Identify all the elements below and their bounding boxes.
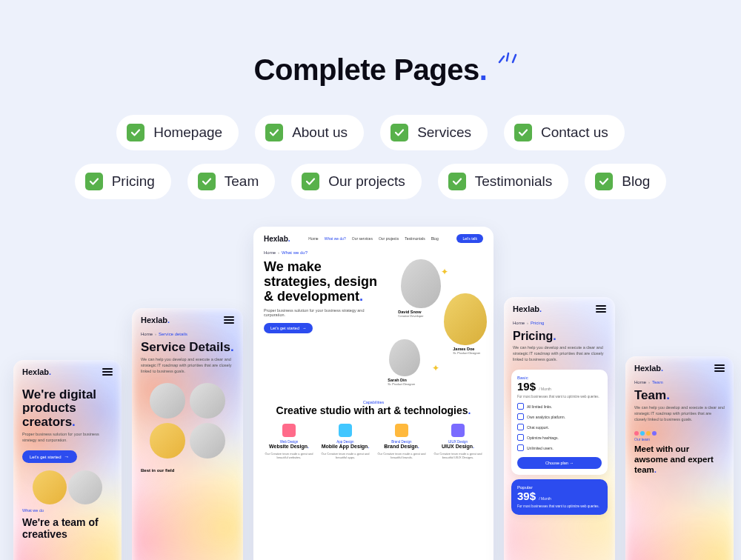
plan-price: 19$ / Month [517, 380, 602, 393]
chip-projects: Our projects [291, 164, 421, 199]
hero-subtitle: Proper business solution for your busine… [13, 429, 122, 446]
page-heading: Team. [625, 384, 734, 402]
preview-home-mobile: Hexlab. We're digital products creators.… [13, 360, 122, 560]
preview-whatwedo-desktop: Hexlab. Home What we do? Our services Ou… [253, 227, 494, 560]
plan-feature: Unlimited users. [517, 444, 602, 451]
service-name: Brand Design. [376, 444, 428, 450]
avatar [68, 470, 102, 504]
service-icon [451, 424, 465, 437]
check-icon [302, 173, 319, 190]
sparkle-icon: ✦ [441, 267, 448, 277]
service-icon [282, 424, 296, 437]
check-icon [514, 124, 532, 141]
service-card: Web Design Website Design. Our Creative … [263, 424, 315, 459]
check-icon [595, 173, 613, 190]
chip-homepage: Homepage [116, 115, 239, 150]
check-icon [391, 124, 408, 141]
chip-label: Our projects [328, 173, 405, 190]
nav-cta-button[interactable]: Let's talk [456, 234, 483, 243]
service-card: UIUX Design UIUX Design. Our Creative te… [432, 424, 484, 459]
service-desc: Our Creative team made a great and beaut… [432, 452, 484, 459]
plan-desc: For most businesses that want to optimiz… [517, 395, 602, 399]
chip-label: Pricing [112, 173, 155, 190]
avatar [444, 293, 487, 345]
page-subtitle: We can help you develop and execute a cl… [132, 354, 243, 377]
preview-pricing-mobile: Hexlab. Home›Pricing Pricing. We can hel… [504, 297, 615, 560]
chip-testimonials: Testimonials [438, 164, 569, 199]
section-title: We're a team of creatives [13, 513, 122, 539]
plan-price: 39$ / Month [517, 490, 602, 502]
section-title: Meet with our awsome and expert team. [625, 441, 734, 475]
menu-icon[interactable] [224, 316, 234, 324]
service-icon [339, 424, 352, 437]
chip-label: Team [225, 173, 259, 190]
brand-logo: Hexlab. [22, 367, 51, 376]
service-card: Brand Design Brand Design. Our Creative … [376, 424, 428, 459]
person-name: Sarah DinSr. Product Designer [388, 378, 415, 386]
avatar [401, 259, 441, 308]
check-icon [448, 173, 466, 190]
page-title: Complete Pages. [254, 53, 488, 87]
preview-team-mobile: Hexlab. Home›Team Team. We can help you … [625, 356, 734, 560]
brand-logo: Hexlab. [264, 235, 290, 243]
preview-row: Hexlab. We're digital products creators.… [0, 219, 741, 560]
hero-title: We're digital products creators. [13, 384, 122, 429]
check-icon [85, 173, 103, 190]
pricing-plan-basic: Basic 19$ / Month For most businesses th… [511, 370, 608, 475]
nav-item[interactable]: Our projects [379, 236, 399, 241]
page-subtitle: We can help you develop and execute a cl… [504, 342, 615, 365]
cta-button[interactable]: Let's get started→ [22, 450, 77, 463]
sparkle-icon [496, 47, 519, 65]
service-desc: Our Creative team made a great and beaut… [376, 452, 428, 459]
person-name: James DoeSr. Product Designer [453, 347, 480, 355]
nav-item[interactable]: Our services [352, 236, 373, 241]
service-icon [395, 424, 408, 437]
avatar [190, 423, 225, 459]
avatar [150, 423, 185, 459]
hero-title: We make strategies, design & development… [264, 259, 380, 304]
chip-about: About us [255, 115, 364, 150]
nav-item[interactable]: What we do? [325, 236, 346, 241]
chip-pricing: Pricing [75, 164, 171, 199]
brand-logo: Hexlab. [634, 364, 663, 373]
cta-button[interactable]: Let's get started→ [264, 323, 313, 333]
hero-subtitle: Proper business solution for your busine… [264, 308, 380, 317]
page-chips: Homepage About us Services Contact us Pr… [74, 115, 667, 199]
menu-icon[interactable] [596, 305, 606, 313]
menu-icon[interactable] [714, 364, 725, 372]
team-dots-icon [625, 425, 734, 437]
nav-links: Home What we do? Our services Our projec… [308, 236, 438, 241]
chip-label: Testimonials [475, 173, 553, 190]
service-name: Mobile App Design. [319, 444, 371, 450]
chip-team: Team [187, 164, 275, 199]
plan-desc: For most businesses that want to optimiz… [517, 504, 602, 509]
brand-logo: Hexlab. [513, 304, 542, 313]
avatar [150, 383, 185, 419]
sparkle-icon: ✦ [432, 363, 439, 373]
chip-label: Services [417, 124, 471, 141]
page-heading: Service Details. [132, 336, 243, 354]
avatar [33, 470, 67, 504]
nav-item[interactable]: Blog [431, 236, 439, 241]
check-icon [265, 124, 283, 141]
pricing-plan-popular: Popular 39$ / Month For most businesses … [511, 479, 608, 515]
nav-item[interactable]: Testimonials [405, 236, 425, 241]
service-desc: Our Creative team made a great and beaut… [263, 452, 315, 459]
choose-plan-button[interactable]: Choose plan → [517, 457, 602, 469]
section-label: Best in our field [132, 465, 243, 476]
chip-label: Homepage [153, 124, 222, 141]
chip-label: Blog [622, 173, 650, 190]
avatar [389, 339, 420, 376]
person-name: David SnowCreative Developer [398, 310, 423, 318]
chip-services: Services [380, 115, 488, 150]
nav-item[interactable]: Home [308, 236, 318, 241]
service-desc: Our Creative team made a great and beaut… [319, 452, 371, 459]
plan-feature: Optimize hashtags. [517, 434, 602, 441]
menu-icon[interactable] [102, 368, 113, 376]
chip-contact: Contact us [504, 115, 625, 150]
preview-service-mobile: Hexlab. Home›Service details Service Det… [132, 308, 243, 560]
service-name: UIUX Design. [432, 444, 484, 450]
check-icon [127, 124, 144, 141]
service-name: Website Design. [263, 444, 315, 450]
chip-label: About us [292, 124, 348, 141]
